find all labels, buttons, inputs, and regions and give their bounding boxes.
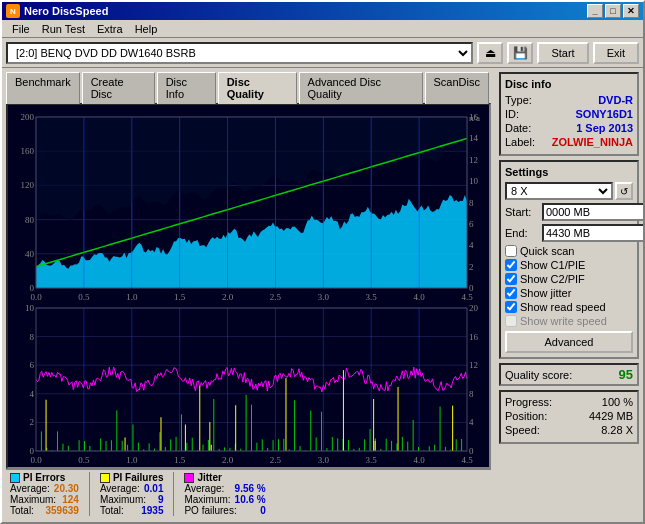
- pi-failures-max-value: 9: [158, 494, 164, 505]
- quality-score-label: Quality score:: [505, 369, 572, 381]
- tab-advanced-disc-quality[interactable]: Advanced Disc Quality: [299, 72, 423, 104]
- menu-help[interactable]: Help: [129, 21, 164, 37]
- speed-refresh-button[interactable]: ↺: [615, 182, 633, 200]
- show-jitter-checkbox[interactable]: [505, 287, 517, 299]
- show-write-speed-checkbox[interactable]: [505, 315, 517, 327]
- tab-disc-info[interactable]: Disc Info: [157, 72, 216, 104]
- legend-pi-failures: PI Failures Average: 0.01 Maximum: 9 Tot…: [100, 472, 164, 516]
- pi-errors-total-value: 359639: [46, 505, 79, 516]
- label-label: Label:: [505, 136, 535, 148]
- jitter-avg-value: 9.56 %: [235, 483, 266, 494]
- charts-area: [6, 103, 491, 469]
- pi-errors-avg-label: Average:: [10, 483, 50, 494]
- legend-jitter: Jitter Average: 9.56 % Maximum: 10.6 % P…: [184, 472, 265, 516]
- label-value: ZOLWIE_NINJA: [552, 136, 633, 148]
- date-label: Date:: [505, 122, 531, 134]
- menu-bar: File Run Test Extra Help: [2, 20, 643, 38]
- pi-failures-avg-label: Average:: [100, 483, 140, 494]
- drive-select[interactable]: [2:0] BENQ DVD DD DW1640 BSRB: [6, 42, 473, 64]
- tab-create-disc[interactable]: Create Disc: [82, 72, 155, 104]
- show-c2-label: Show C2/PIF: [520, 273, 585, 285]
- menu-extra[interactable]: Extra: [91, 21, 129, 37]
- end-input[interactable]: [542, 224, 643, 242]
- pi-failures-color: [100, 473, 110, 483]
- window-title: Nero DiscSpeed: [24, 5, 108, 17]
- start-button[interactable]: Start: [537, 42, 588, 64]
- pi-errors-max-value: 124: [62, 494, 79, 505]
- pi-errors-avg-value: 20.30: [54, 483, 79, 494]
- minimize-button[interactable]: _: [587, 4, 603, 18]
- jitter-color: [184, 473, 194, 483]
- pi-failures-label: PI Failures: [113, 472, 164, 483]
- app-icon: N: [6, 4, 20, 18]
- jitter-label: Jitter: [197, 472, 221, 483]
- quality-score-value: 95: [619, 367, 633, 382]
- title-bar: N Nero DiscSpeed _ □ ✕: [2, 2, 643, 20]
- tab-benchmark[interactable]: Benchmark: [6, 72, 80, 104]
- close-button[interactable]: ✕: [623, 4, 639, 18]
- id-value: SONY16D1: [576, 108, 633, 120]
- tab-disc-quality[interactable]: Disc Quality: [218, 72, 297, 104]
- legend-pi-errors: PI Errors Average: 20.30 Maximum: 124 To…: [10, 472, 79, 516]
- pi-failures-avg-value: 0.01: [144, 483, 163, 494]
- advanced-button[interactable]: Advanced: [505, 331, 633, 353]
- save-button[interactable]: 💾: [507, 42, 533, 64]
- settings-title: Settings: [505, 166, 633, 178]
- position-label: Position:: [505, 410, 547, 422]
- title-buttons: _ □ ✕: [587, 4, 639, 18]
- left-panel: Benchmark Create Disc Disc Info Disc Qua…: [2, 68, 495, 522]
- speed-label: Speed:: [505, 424, 540, 436]
- show-write-speed-label: Show write speed: [520, 315, 607, 327]
- show-c2-checkbox[interactable]: [505, 273, 517, 285]
- top-chart: [8, 105, 489, 304]
- end-label: End:: [505, 227, 540, 239]
- progress-section: Progress: 100 % Position: 4429 MB Speed:…: [499, 390, 639, 444]
- tab-bar: Benchmark Create Disc Disc Info Disc Qua…: [6, 72, 491, 104]
- tab-scandisc[interactable]: ScanDisc: [425, 72, 489, 104]
- pi-failures-max-label: Maximum:: [100, 494, 146, 505]
- po-failures-value: 0: [260, 505, 266, 516]
- main-content: Benchmark Create Disc Disc Info Disc Qua…: [2, 68, 643, 522]
- pi-errors-label: PI Errors: [23, 472, 65, 483]
- progress-label: Progress:: [505, 396, 552, 408]
- disc-info-title: Disc info: [505, 78, 633, 90]
- legend-divider-2: [173, 472, 174, 516]
- date-value: 1 Sep 2013: [576, 122, 633, 134]
- exit-button[interactable]: Exit: [593, 42, 639, 64]
- settings-section: Settings 8 X ↺ Start: End: Qui: [499, 160, 639, 359]
- disc-info-section: Disc info Type: DVD-R ID: SONY16D1 Date:…: [499, 72, 639, 156]
- position-value: 4429 MB: [589, 410, 633, 422]
- progress-value: 100 %: [602, 396, 633, 408]
- toolbar: [2:0] BENQ DVD DD DW1640 BSRB ⏏ 💾 Start …: [2, 38, 643, 68]
- show-c1-label: Show C1/PIE: [520, 259, 585, 271]
- show-c1-checkbox[interactable]: [505, 259, 517, 271]
- maximize-button[interactable]: □: [605, 4, 621, 18]
- pi-failures-total-label: Total:: [100, 505, 124, 516]
- quality-score-row: Quality score: 95: [499, 363, 639, 386]
- show-read-speed-checkbox[interactable]: [505, 301, 517, 313]
- type-value: DVD-R: [598, 94, 633, 106]
- pi-errors-color: [10, 473, 20, 483]
- legend-divider-1: [89, 472, 90, 516]
- eject-button[interactable]: ⏏: [477, 42, 503, 64]
- legend-area: PI Errors Average: 20.30 Maximum: 124 To…: [6, 469, 491, 518]
- menu-file[interactable]: File: [6, 21, 36, 37]
- speed-select[interactable]: 8 X: [505, 182, 613, 200]
- bottom-chart: [8, 304, 489, 467]
- pi-errors-total-label: Total:: [10, 505, 34, 516]
- show-jitter-label: Show jitter: [520, 287, 571, 299]
- show-read-speed-label: Show read speed: [520, 301, 606, 313]
- po-failures-label: PO failures:: [184, 505, 236, 516]
- main-window: N Nero DiscSpeed _ □ ✕ File Run Test Ext…: [0, 0, 645, 524]
- id-label: ID:: [505, 108, 519, 120]
- pi-errors-max-label: Maximum:: [10, 494, 56, 505]
- jitter-avg-label: Average:: [184, 483, 224, 494]
- type-label: Type:: [505, 94, 532, 106]
- pi-failures-total-value: 1935: [141, 505, 163, 516]
- quick-scan-checkbox[interactable]: [505, 245, 517, 257]
- start-input[interactable]: [542, 203, 643, 221]
- menu-run-test[interactable]: Run Test: [36, 21, 91, 37]
- jitter-max-value: 10.6 %: [235, 494, 266, 505]
- jitter-max-label: Maximum:: [184, 494, 230, 505]
- title-bar-left: N Nero DiscSpeed: [6, 4, 108, 18]
